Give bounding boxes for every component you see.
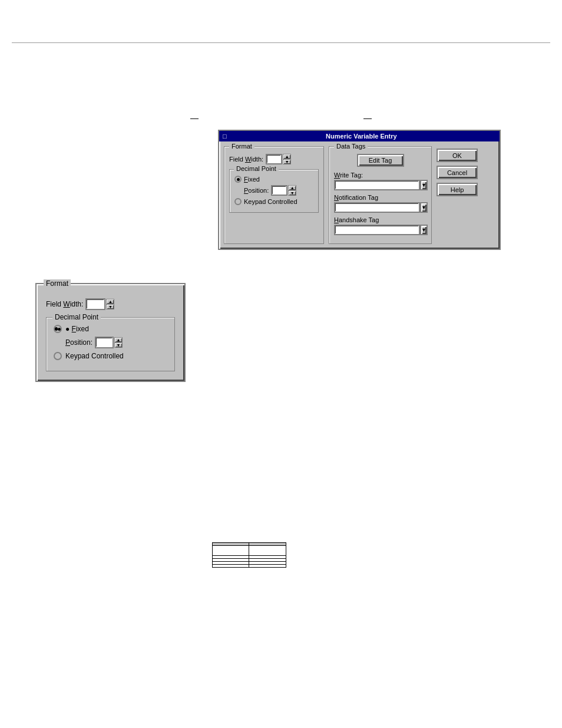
data-tags-section: Data Tags Edit Tag Write Tag: CTA ▼ Noti… — [329, 146, 432, 244]
decimal-group: Decimal Point Fixed Position: 0 ▲ — [229, 169, 319, 213]
table-row — [213, 546, 286, 556]
format-large-box: Format Field Width: 4 ▲ ▼ Decimal Point … — [35, 283, 186, 382]
field-width-label: Field Width: — [229, 156, 263, 163]
position-large-row: Position: 0 ▲ ▼ — [65, 337, 167, 348]
position-spinbox-btns: ▲ ▼ — [288, 185, 296, 196]
decimal-large-label: Decimal Point — [52, 313, 101, 321]
decimal-large-box: Decimal Point ● Fixed Position: 0 ▲ ▼ Ke… — [46, 317, 175, 371]
handshake-tag-input[interactable] — [334, 225, 420, 235]
position-row: Position: 0 ▲ ▼ — [244, 185, 313, 196]
cancel-button[interactable]: Cancel — [437, 166, 478, 179]
position-label: Position: — [244, 187, 269, 194]
format-large-field-row: Field Width: 4 ▲ ▼ — [46, 298, 175, 310]
table-cell — [213, 546, 249, 556]
fixed-label: Fixed — [244, 176, 260, 183]
position-large-input[interactable]: 0 — [95, 337, 114, 348]
position-up-btn[interactable]: ▲ — [288, 185, 296, 190]
field-width-row: Field Width: 4 ▲ ▼ — [229, 154, 319, 164]
field-width-spinbox-btns: ▲ ▼ — [283, 154, 291, 164]
write-tag-input[interactable]: CTA — [334, 180, 420, 190]
fixed-large-label: ● Fixed — [65, 325, 89, 333]
dash-right: — — [363, 113, 372, 123]
format-large-up-btn[interactable]: ▲ — [106, 299, 114, 304]
keypad-large-radio[interactable] — [54, 352, 62, 360]
dialog-buttons: OK Cancel Help — [437, 146, 478, 244]
ok-button[interactable]: OK — [437, 149, 478, 162]
keypad-large-label: Keypad Controlled — [65, 352, 124, 360]
table-cell — [249, 565, 286, 568]
format-section: Format Field Width: 4 ▲ ▼ Decimal Point — [224, 146, 324, 244]
position-large-spinbox[interactable]: 0 ▲ ▼ — [95, 337, 123, 348]
position-down-btn[interactable]: ▼ — [288, 190, 296, 196]
position-large-down-btn[interactable]: ▼ — [114, 342, 123, 348]
handshake-tag-dropdown[interactable]: ▼ — [420, 225, 428, 235]
decimal-box: Fixed Position: 0 ▲ ▼ — [229, 169, 319, 213]
edit-tag-button[interactable]: Edit Tag — [357, 154, 404, 167]
format-group-label: Format — [229, 143, 254, 150]
fixed-large-row: ● Fixed — [54, 325, 167, 333]
dialog-body: Format Field Width: 4 ▲ ▼ Decimal Point — [219, 141, 500, 249]
format-large-label: Format — [44, 279, 71, 288]
format-inner: Field Width: 4 ▲ ▼ Decimal Point — [229, 154, 319, 213]
write-tag-dropdown[interactable]: ▼ — [420, 180, 428, 190]
notification-tag-dropdown[interactable]: ▼ — [420, 202, 428, 213]
fixed-large-radio-dot — [55, 327, 58, 331]
write-tag-label: Write Tag: — [334, 172, 427, 179]
handshake-tag-input-row: ▼ — [334, 225, 427, 235]
data-tags-inner: Edit Tag Write Tag: CTA ▼ Notification T… — [334, 154, 427, 235]
bottom-table-wrapper — [212, 542, 286, 568]
handshake-tag-row: Handshake Tag ▼ — [334, 216, 427, 235]
dialog-title: Numeric Variable Entry — [326, 133, 396, 140]
dash-left: — — [190, 113, 199, 123]
notification-tag-input-row: ▼ — [334, 202, 427, 213]
field-width-up-btn[interactable]: ▲ — [283, 154, 291, 159]
dash-line: — — — [0, 113, 562, 123]
dialog-title-icon: □ — [223, 133, 227, 140]
notification-tag-input[interactable] — [334, 202, 420, 213]
format-large-down-btn[interactable]: ▼ — [106, 304, 114, 309]
bottom-table — [212, 542, 286, 568]
fixed-large-radio[interactable] — [54, 325, 62, 333]
dialog-titlebar: □ Numeric Variable Entry — [219, 131, 500, 141]
dialog-window: □ Numeric Variable Entry Format Field Wi… — [218, 130, 501, 250]
help-button[interactable]: Help — [437, 183, 478, 196]
decimal-label: Decimal Point — [234, 165, 279, 172]
handshake-tag-label: Handshake Tag — [334, 216, 427, 223]
position-spinbox[interactable]: 0 ▲ ▼ — [271, 185, 296, 196]
table-row — [213, 565, 286, 568]
format-large-spinbox-btns: ▲ ▼ — [106, 299, 114, 309]
keypad-large-row: Keypad Controlled — [54, 352, 167, 360]
table-cell — [213, 565, 249, 568]
top-rule — [12, 42, 550, 43]
data-tags-label: Data Tags — [334, 143, 368, 150]
notification-tag-label: Notification Tag — [334, 194, 427, 201]
position-large-up-btn[interactable]: ▲ — [114, 337, 123, 342]
table-cell — [249, 546, 286, 556]
write-tag-row: Write Tag: CTA ▼ — [334, 172, 427, 190]
position-large-label: Position: — [65, 338, 92, 347]
field-width-input[interactable]: 4 — [266, 154, 282, 164]
field-width-down-btn[interactable]: ▼ — [283, 159, 291, 164]
keypad-radio-row: Keypad Controlled — [234, 198, 313, 205]
format-large-width-input[interactable]: 4 — [85, 298, 105, 310]
keypad-radio[interactable] — [234, 198, 242, 205]
fixed-radio[interactable] — [234, 176, 242, 183]
position-input[interactable]: 0 — [271, 185, 287, 196]
field-width-spinbox[interactable]: 4 ▲ ▼ — [266, 154, 291, 164]
keypad-label: Keypad Controlled — [244, 198, 297, 205]
position-large-btns: ▲ ▼ — [114, 337, 123, 348]
format-large-field-label: Field Width: — [46, 300, 83, 308]
write-tag-input-row: CTA ▼ — [334, 180, 427, 190]
fixed-radio-row: Fixed — [234, 176, 313, 183]
format-large-spinbox[interactable]: 4 ▲ ▼ — [85, 298, 114, 310]
notification-tag-row: Notification Tag ▼ — [334, 194, 427, 213]
